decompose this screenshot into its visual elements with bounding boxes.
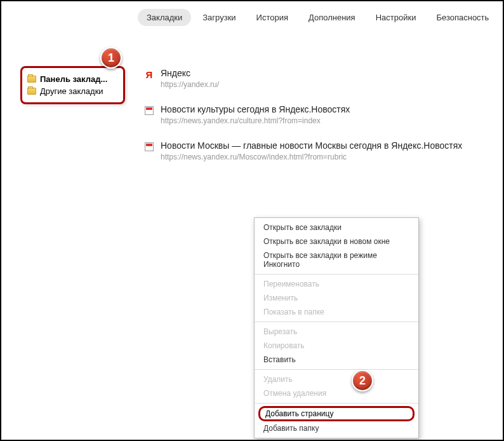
menu-add-page-highlight[interactable]: Добавить страницу	[258, 406, 414, 421]
menu-separator	[255, 369, 418, 370]
menu-paste[interactable]: Вставить	[255, 353, 418, 367]
top-tabs: Закладки Загрузки История Дополнения Нас…	[138, 1, 503, 31]
menu-add-page: Добавить страницу	[265, 409, 333, 418]
folder-label: Другие закладки	[40, 86, 103, 96]
menu-show-in-folder: Показать в папке	[255, 305, 418, 319]
bookmarks-list: Я Яндекс https://yandex.ru/ Новости куль…	[144, 68, 490, 177]
menu-edit: Изменить	[255, 291, 418, 305]
tab-addons[interactable]: Дополнения	[300, 9, 364, 26]
news-icon	[144, 105, 154, 116]
menu-rename: Переименовать	[255, 277, 418, 291]
yandex-icon: Я	[144, 69, 154, 79]
bookmark-url: https://news.yandex.ru/Moscow/index.html…	[161, 153, 462, 161]
tab-bookmarks[interactable]: Закладки	[138, 9, 191, 26]
bookmark-item[interactable]: Новости Москвы — главные новости Москвы …	[144, 140, 490, 161]
context-menu: Открыть все закладки Открыть все закладк…	[254, 217, 419, 438]
menu-separator	[255, 403, 418, 404]
bookmark-title: Новости Москвы — главные новости Москвы …	[161, 140, 462, 151]
folder-label: Панель заклад...	[40, 74, 107, 84]
folder-icon	[27, 76, 36, 83]
sidebar-folders: Панель заклад... Другие закладки	[20, 66, 125, 104]
menu-separator	[255, 274, 418, 275]
bookmark-item[interactable]: Я Яндекс https://yandex.ru/	[144, 68, 490, 89]
menu-separator	[255, 322, 418, 322]
bookmark-title: Новости культуры сегодня в Яндекс.Новост…	[161, 104, 350, 114]
bookmark-url: https://news.yandex.ru/culture.html?from…	[161, 116, 350, 125]
bookmark-title: Яндекс	[161, 68, 219, 78]
folder-other-bookmarks[interactable]: Другие закладки	[26, 85, 119, 97]
callout-badge-2: 2	[352, 370, 373, 391]
tab-settings[interactable]: Настройки	[367, 9, 425, 26]
tab-downloads[interactable]: Загрузки	[194, 9, 244, 26]
folder-bookmarks-bar[interactable]: Панель заклад...	[26, 73, 119, 85]
bookmark-item[interactable]: Новости культуры сегодня в Яндекс.Новост…	[144, 104, 490, 125]
menu-delete: Удалить	[255, 372, 418, 386]
menu-add-folder[interactable]: Добавить папку	[255, 421, 418, 435]
news-icon	[144, 142, 154, 152]
bookmark-url: https://yandex.ru/	[161, 80, 219, 89]
menu-undo-delete: Отмена удаления	[255, 386, 418, 400]
tab-security[interactable]: Безопасность	[427, 9, 498, 26]
menu-open-all-new-window[interactable]: Открыть все закладки в новом окне	[255, 234, 418, 248]
folder-icon	[27, 88, 36, 95]
callout-badge-1: 1	[100, 47, 122, 69]
menu-open-all-incognito[interactable]: Открыть все закладки в режиме Инкогнито	[255, 248, 418, 271]
menu-open-all[interactable]: Открыть все закладки	[255, 221, 418, 234]
tab-history[interactable]: История	[248, 9, 297, 26]
menu-cut: Вырезать	[255, 325, 418, 339]
menu-copy: Копировать	[255, 339, 418, 353]
